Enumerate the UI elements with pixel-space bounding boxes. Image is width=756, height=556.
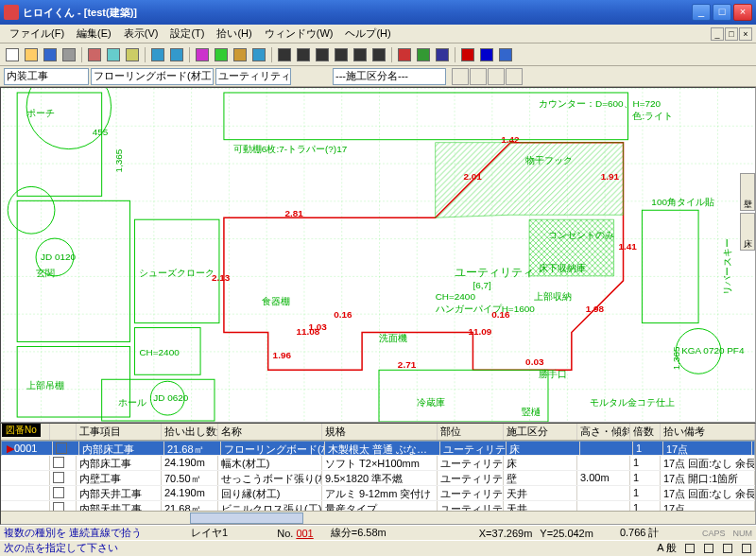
col-header-6[interactable]: 部位 xyxy=(438,424,504,440)
col-header-2[interactable]: 工事項目 xyxy=(77,424,162,440)
snap-button[interactable] xyxy=(232,46,249,63)
col-header-5[interactable]: 規格 xyxy=(322,424,438,440)
view-button-3[interactable] xyxy=(488,68,505,85)
grid-button[interactable] xyxy=(213,46,230,63)
mdi-max[interactable]: □ xyxy=(725,27,738,41)
ime-dot-3[interactable] xyxy=(723,544,732,553)
view-button-1[interactable] xyxy=(452,68,469,85)
linelen-value: 6.58m xyxy=(357,527,387,538)
cell: ユーティリティ xyxy=(438,456,504,470)
blue-button[interactable] xyxy=(478,46,495,63)
minimize-button[interactable]: _ xyxy=(692,4,711,21)
poly-button[interactable] xyxy=(352,46,369,63)
dim-icon xyxy=(417,48,430,61)
view-button-2[interactable] xyxy=(470,68,487,85)
material-select[interactable] xyxy=(91,68,214,85)
menu-f[interactable]: ファイル(F) xyxy=(4,25,70,43)
text-button[interactable] xyxy=(434,46,451,63)
help-button[interactable] xyxy=(497,46,514,63)
table-row[interactable]: ▶0001内部床工事21.68㎡フローリングボード(材工)木製根太 普通 ぶな…… xyxy=(1,441,755,456)
close-button[interactable]: × xyxy=(733,4,752,21)
red-button[interactable] xyxy=(459,46,476,63)
menu-h[interactable]: 拾い(H) xyxy=(211,25,257,43)
new-button[interactable] xyxy=(4,46,21,63)
table-row[interactable]: 内壁工事70.50㎡せっこうボード張り(材…9.5×1820 準不燃ユーティリテ… xyxy=(1,471,755,486)
rect-button[interactable] xyxy=(314,46,331,63)
mdi-close[interactable]: × xyxy=(739,27,752,41)
mdi-min[interactable]: _ xyxy=(711,27,724,41)
menu-w[interactable]: ウィンドウ(W) xyxy=(259,25,339,43)
drawing-canvas[interactable]: ポーチ 玄関 上部吊棚 シューズクローク CH=2400 ホール JD 0120… xyxy=(0,87,756,423)
open-button[interactable] xyxy=(23,46,40,63)
svg-text:CH=2400: CH=2400 xyxy=(436,291,476,302)
measure-button[interactable] xyxy=(396,46,413,63)
col-header-10[interactable]: 拾い備考 xyxy=(661,424,755,440)
table-row[interactable]: 内部床工事24.190m幅木(材工)ソフト T2×H100mmユーティリティ床1… xyxy=(1,456,755,471)
maximize-button[interactable]: □ xyxy=(713,4,731,21)
svg-text:1.03: 1.03 xyxy=(308,321,327,332)
linelen-label: 線分= xyxy=(331,527,357,538)
table-row[interactable]: 内部天井工事24.190m回り縁(材工)アルミ 9-12mm 突付けユーティリテ… xyxy=(1,486,755,501)
col-header-7[interactable]: 施工区分 xyxy=(504,424,577,440)
row-type-icon xyxy=(56,443,67,454)
table-row[interactable]: 内部天井工事21.68㎡ビニルクロス張り(工)量産タイプユーティリティ天井117… xyxy=(1,501,755,511)
print-button[interactable] xyxy=(60,46,77,63)
side-tab-2[interactable]: 床 xyxy=(740,213,755,251)
ime-dot-1[interactable] xyxy=(685,544,695,553)
layer-field[interactable]: レイヤ1 xyxy=(187,526,232,540)
division-select[interactable] xyxy=(333,68,446,85)
cell: フローリングボード(材工) xyxy=(221,442,325,455)
save-button[interactable] xyxy=(42,46,59,63)
svg-text:物干フック: 物干フック xyxy=(525,155,573,165)
menu-h[interactable]: ヘルプ(H) xyxy=(339,25,396,43)
svg-text:JD 0120: JD 0120 xyxy=(41,252,76,262)
col-header-1[interactable] xyxy=(50,424,77,440)
side-tab-1[interactable]: 壁 xyxy=(740,173,755,211)
line-button[interactable] xyxy=(295,46,312,63)
cell xyxy=(580,442,633,455)
room-select[interactable] xyxy=(215,68,291,85)
cell: 17点 xyxy=(661,501,755,511)
quantity-table: 工事項目拾い出し数量名称規格部位施工区分高さ・傾斜倍数拾い備考 ▶0001内部床… xyxy=(0,423,756,525)
paste-button[interactable] xyxy=(124,46,141,63)
col-header-9[interactable]: 倍数 xyxy=(630,424,661,440)
sheet-tab[interactable]: 図番No xyxy=(2,424,41,437)
redo-button[interactable] xyxy=(168,46,185,63)
col-header-4[interactable]: 名称 xyxy=(218,424,322,440)
cell xyxy=(53,442,79,455)
layer-button[interactable] xyxy=(194,46,211,63)
rect-icon xyxy=(316,48,329,61)
arc-button[interactable] xyxy=(370,46,387,63)
num-indicator: NUM xyxy=(733,529,753,538)
view-button-4[interactable] xyxy=(506,68,523,85)
no-value[interactable]: 001 xyxy=(296,528,313,539)
ime-mode[interactable]: A 般 xyxy=(657,541,677,555)
col-header-8[interactable]: 高さ・傾斜 xyxy=(577,424,630,440)
undo-button[interactable] xyxy=(149,46,166,63)
zoom-button[interactable] xyxy=(250,46,267,63)
cell: 1 xyxy=(630,486,661,500)
copy-icon xyxy=(107,48,120,61)
dim-button[interactable] xyxy=(415,46,432,63)
svg-text:[6,7]: [6,7] xyxy=(472,280,491,290)
ime-dot-2[interactable] xyxy=(704,544,713,553)
circle-button[interactable] xyxy=(333,46,350,63)
pick-button[interactable] xyxy=(276,46,293,63)
copy-button[interactable] xyxy=(105,46,122,63)
menu-e[interactable]: 編集(E) xyxy=(71,25,117,43)
menu-t[interactable]: 設定(T) xyxy=(164,25,210,43)
cut-button[interactable] xyxy=(86,46,103,63)
caps-indicator: CAPS xyxy=(702,529,726,538)
cell: 21.68㎡ xyxy=(164,442,221,455)
cell: せっこうボード張り(材… xyxy=(218,471,322,485)
ime-dot-4[interactable] xyxy=(742,544,751,553)
row-type-icon xyxy=(53,487,64,498)
horizontal-scrollbar[interactable] xyxy=(1,511,755,524)
col-header-3[interactable]: 拾い出し数量 xyxy=(162,424,218,440)
svg-text:洗面機: 洗面機 xyxy=(379,333,407,343)
cell: 回り縁(材工) xyxy=(218,486,322,500)
category-select[interactable] xyxy=(4,68,89,85)
menu-v[interactable]: 表示(V) xyxy=(118,25,164,43)
svg-text:2.81: 2.81 xyxy=(285,208,304,218)
paste-icon xyxy=(126,48,139,61)
